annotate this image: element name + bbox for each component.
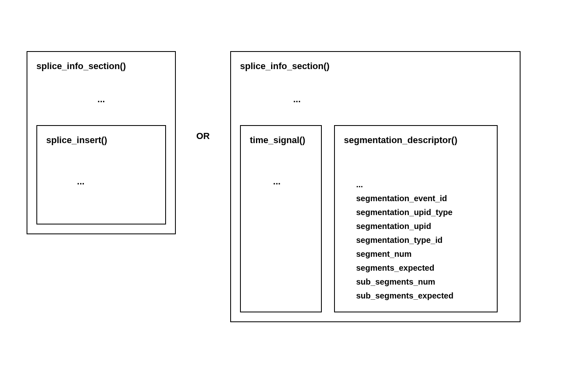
field-segmentation-event-id: segmentation_event_id	[356, 191, 488, 205]
left-section-title: splice_info_section()	[36, 61, 166, 72]
time-signal-ellipsis: ...	[250, 154, 312, 187]
left-splice-info-section-box: splice_info_section() ... splice_insert(…	[27, 51, 176, 234]
splice-insert-box: splice_insert() ...	[36, 125, 166, 224]
field-segmentation-type-id: segmentation_type_id	[356, 233, 488, 247]
right-splice-info-section-box: splice_info_section() ... time_signal() …	[230, 51, 521, 322]
left-section-ellipsis: ...	[36, 80, 166, 125]
right-section-title: splice_info_section()	[240, 61, 511, 72]
field-segment-num: segment_num	[356, 247, 488, 261]
field-segmentation-upid-type: segmentation_upid_type	[356, 205, 488, 219]
field-sub-segments-expected: sub_segments_expected	[356, 289, 488, 303]
right-section-ellipsis: ...	[240, 80, 511, 125]
segmentation-descriptor-title: segmentation_descriptor()	[344, 135, 488, 146]
splice-insert-ellipsis: ...	[46, 154, 156, 187]
time-signal-title: time_signal()	[250, 135, 312, 146]
field-segments-expected: segments_expected	[356, 261, 488, 275]
field-ellipsis: ...	[356, 177, 488, 191]
field-sub-segments-num: sub_segments_num	[356, 275, 488, 289]
time-signal-box: time_signal() ...	[240, 125, 322, 312]
field-segmentation-upid: segmentation_upid	[356, 219, 488, 233]
splice-insert-title: splice_insert()	[46, 135, 156, 146]
diagram-container: splice_info_section() ... splice_insert(…	[27, 51, 521, 322]
segmentation-descriptor-fields: ... segmentation_event_id segmentation_u…	[344, 154, 488, 303]
or-separator: OR	[176, 131, 230, 141]
segmentation-descriptor-box: segmentation_descriptor() ... segmentati…	[334, 125, 498, 312]
right-inner-row: time_signal() ... segmentation_descripto…	[240, 125, 511, 312]
